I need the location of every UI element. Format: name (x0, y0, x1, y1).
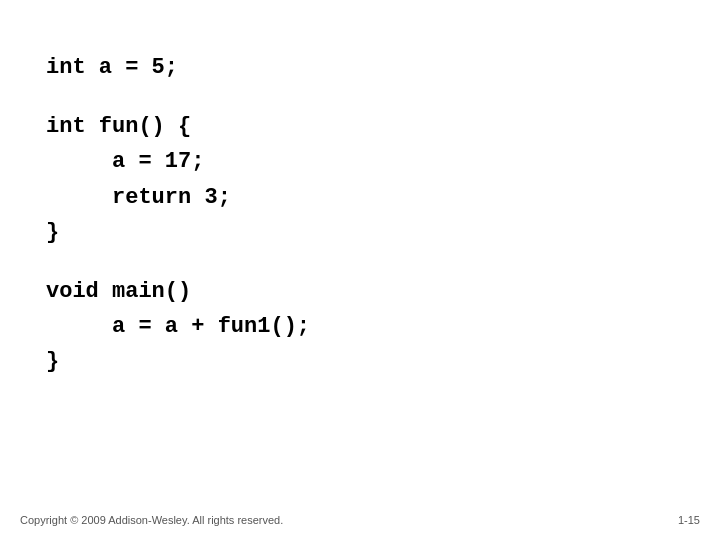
footer: Copyright © 2009 Addison-Wesley. All rig… (0, 514, 720, 526)
code-line-2-3: return 3; (46, 180, 674, 215)
code-line-2-1: int fun() { (46, 109, 674, 144)
code-section-1: int a = 5; (46, 50, 674, 85)
code-line-1-1: int a = 5; (46, 50, 674, 85)
main-content: int a = 5; int fun() { a = 17; return 3;… (0, 0, 720, 434)
code-line-3-1: void main() (46, 274, 674, 309)
code-line-2-2: a = 17; (46, 144, 674, 179)
code-line-2-4: } (46, 215, 674, 250)
page-number: 1-15 (678, 514, 700, 526)
code-section-3: void main() a = a + fun1(); } (46, 274, 674, 380)
code-block: int a = 5; int fun() { a = 17; return 3;… (46, 50, 674, 380)
code-line-3-3: } (46, 344, 674, 379)
code-line-3-2: a = a + fun1(); (46, 309, 674, 344)
copyright-text: Copyright © 2009 Addison-Wesley. All rig… (20, 514, 283, 526)
code-section-2: int fun() { a = 17; return 3; } (46, 109, 674, 250)
